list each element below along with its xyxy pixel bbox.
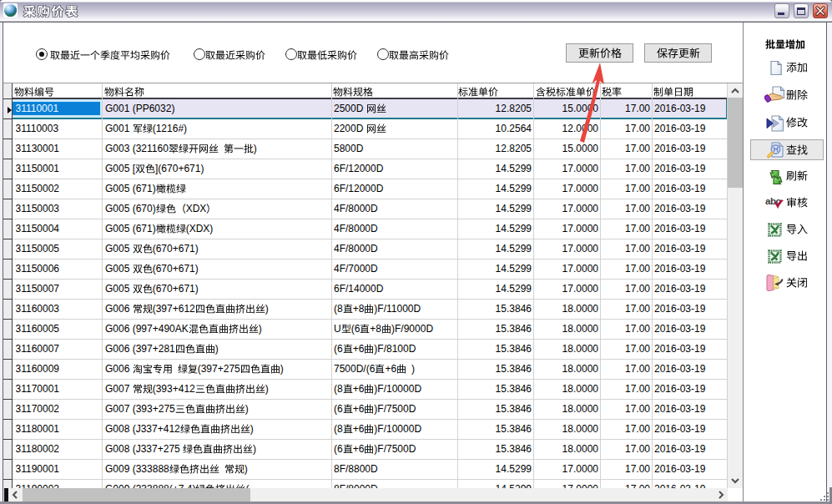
svg-text:H: H [773, 145, 778, 154]
